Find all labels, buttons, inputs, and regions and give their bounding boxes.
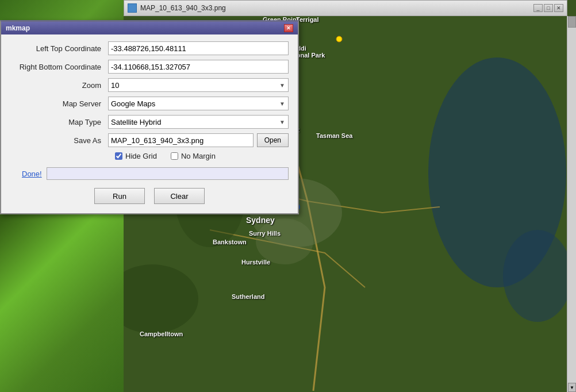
hide-grid-label: Hide Grid: [125, 152, 157, 160]
window-close-button[interactable]: ✕: [554, 4, 563, 12]
titlebar-buttons: _ □ ✕: [533, 4, 563, 12]
hide-grid-checkbox-label[interactable]: Hide Grid: [115, 152, 157, 160]
no-margin-label: No Margin: [181, 152, 216, 160]
window-titlebar: MAP_10_613_940_3x3.png _ □ ✕: [124, 0, 567, 16]
dialog-body: Left Top Coordinate Right Bottom Coordin…: [1, 34, 298, 213]
checkboxes-row: Hide Grid No Margin: [10, 152, 289, 160]
zoom-label: Zoom: [10, 81, 108, 90]
window-icon: [128, 3, 137, 13]
map-server-label: Map Server: [10, 99, 108, 108]
maximize-button[interactable]: □: [544, 4, 553, 12]
map-type-select-wrapper: Satellite Hybrid Satellite Road Map Terr…: [108, 115, 289, 129]
clear-button[interactable]: Clear: [154, 188, 205, 204]
svg-point-9: [336, 36, 342, 42]
right-bottom-label: Right Bottom Coordinate: [10, 63, 108, 71]
map-type-select[interactable]: Satellite Hybrid Satellite Road Map Terr…: [108, 115, 289, 129]
map-type-label: Map Type: [10, 118, 108, 126]
right-bottom-row: Right Bottom Coordinate: [10, 60, 289, 74]
scrollbar-down-button[interactable]: ▼: [568, 383, 576, 392]
progress-bar-container: [47, 167, 289, 180]
run-button[interactable]: Run: [94, 188, 145, 204]
map-server-select-wrapper: Google Maps OpenStreetMap Bing Maps: [108, 97, 289, 110]
dialog-close-button[interactable]: ✕: [284, 24, 293, 32]
save-as-input[interactable]: [108, 133, 254, 147]
scrollbar-thumb[interactable]: [568, 16, 576, 28]
no-margin-checkbox[interactable]: [171, 152, 178, 160]
open-button[interactable]: Open: [257, 133, 289, 147]
left-top-label: Left Top Coordinate: [10, 44, 108, 53]
map-server-row: Map Server Google Maps OpenStreetMap Bin…: [10, 97, 289, 110]
right-bottom-input[interactable]: [108, 60, 289, 74]
dialog-title: mkmap: [6, 24, 30, 32]
save-as-row: Save As Open: [10, 133, 289, 147]
save-as-label: Save As: [10, 136, 108, 145]
no-margin-checkbox-label[interactable]: No Margin: [171, 152, 216, 160]
scrollbar-right[interactable]: ▼: [567, 16, 576, 392]
map-server-select[interactable]: Google Maps OpenStreetMap Bing Maps: [108, 97, 289, 110]
map-type-row: Map Type Satellite Hybrid Satellite Road…: [10, 115, 289, 129]
zoom-row: Zoom 10 1234 5678 9111213 14151617 18: [10, 78, 289, 92]
mkmap-dialog: mkmap ✕ Left Top Coordinate Right Bottom…: [0, 20, 299, 214]
done-link[interactable]: Done!: [10, 170, 42, 178]
left-top-input[interactable]: [108, 41, 289, 55]
left-top-row: Left Top Coordinate: [10, 41, 289, 55]
progress-area: [47, 167, 289, 180]
svg-point-2: [503, 230, 572, 322]
action-buttons-row: Run Clear: [10, 188, 289, 204]
hide-grid-checkbox[interactable]: [115, 152, 122, 160]
window-title: MAP_10_613_940_3x3.png: [140, 4, 533, 12]
minimize-button[interactable]: _: [533, 4, 543, 12]
svg-point-7: [256, 218, 313, 264]
dialog-titlebar: mkmap ✕: [1, 22, 298, 34]
zoom-select-wrapper: 10 1234 5678 9111213 14151617 18: [108, 78, 289, 92]
zoom-select[interactable]: 10 1234 5678 9111213 14151617 18: [108, 78, 289, 92]
